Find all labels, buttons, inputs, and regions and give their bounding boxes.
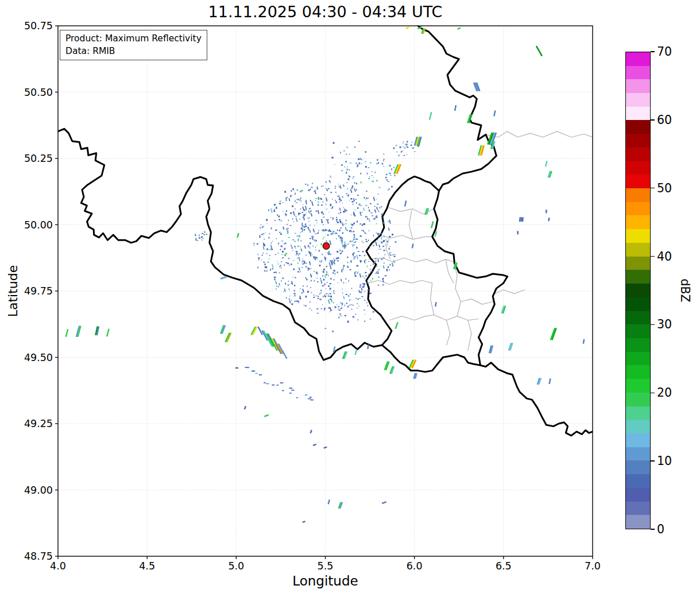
- radar-echo-speck: [331, 310, 332, 311]
- radar-echo-speck: [316, 223, 317, 223]
- radar-echo-speck: [265, 266, 266, 268]
- radar-echo-speck: [337, 272, 338, 273]
- radar-echo-speck: [335, 192, 337, 193]
- radar-echo-dash: [284, 288, 286, 292]
- radar-echo-speck: [362, 251, 364, 253]
- radar-echo-speck: [360, 292, 362, 293]
- radar-echo-speck: [309, 212, 311, 213]
- radar-echo-speck: [337, 222, 339, 223]
- radar-echo-speck: [357, 207, 358, 209]
- radar-site-marker: [323, 243, 330, 250]
- radar-echo-speck: [342, 232, 344, 234]
- radar-echo-speck: [395, 241, 397, 243]
- radar-echo-speck: [257, 243, 258, 245]
- radar-echo-speck: [384, 250, 385, 251]
- radar-echo-speck: [357, 164, 359, 166]
- radar-echo-speck: [298, 212, 300, 214]
- radar-echo-speck: [316, 240, 317, 242]
- radar-echo-dash: [282, 390, 284, 391]
- radar-echo-speck: [367, 218, 368, 220]
- radar-echo-speck: [339, 201, 340, 203]
- radar-echo-speck: [261, 255, 263, 256]
- radar-echo-dash: [310, 397, 312, 398]
- radar-echo-speck: [376, 272, 377, 273]
- radar-echo-dash: [296, 397, 298, 398]
- colorbar-block: [626, 352, 650, 366]
- radar-echo-speck: [400, 146, 401, 148]
- radar-echo-speck: [328, 212, 329, 212]
- radar-echo-speck: [283, 291, 284, 292]
- radar-echo-speck: [281, 220, 281, 222]
- radar-echo-speck: [333, 231, 335, 232]
- colorbar-block: [626, 270, 650, 284]
- radar-echo-speck: [372, 243, 373, 244]
- radar-echo-speck: [297, 258, 297, 258]
- radar-echo-speck: [275, 230, 277, 231]
- radar-echo-speck: [289, 298, 290, 300]
- radar-echo-speck: [296, 189, 297, 191]
- radar-echo-speck: [361, 241, 363, 242]
- radar-echo-streak: [415, 137, 421, 146]
- radar-echo-dash: [302, 289, 304, 293]
- radar-echo-streak: [435, 231, 437, 237]
- radar-echo-speck: [403, 155, 405, 156]
- radar-echo-speck: [359, 162, 361, 164]
- radar-echo-speck: [196, 240, 198, 241]
- radar-echo-speck: [362, 286, 364, 287]
- product-label: Product: Maximum Reflectivity: [65, 33, 202, 45]
- radar-echo-speck: [323, 237, 324, 239]
- radar-echo-speck: [296, 251, 297, 252]
- colorbar-block: [626, 257, 650, 270]
- radar-echo-dash: [288, 198, 290, 201]
- radar-echo-speck: [349, 300, 350, 301]
- radar-echo-speck: [381, 317, 382, 317]
- radar-echo-speck: [315, 257, 316, 258]
- radar-echo-speck: [377, 273, 378, 274]
- radar-echo-speck: [368, 305, 369, 306]
- radar-echo-speck: [309, 246, 310, 247]
- colorbar-tick-label: 50: [657, 181, 672, 195]
- radar-echo-speck: [253, 243, 255, 244]
- radar-echo-speck: [351, 215, 351, 215]
- radar-echo-speck: [357, 303, 358, 304]
- radar-echo-speck: [352, 204, 353, 205]
- radar-echo-speck: [346, 220, 346, 222]
- radar-echo-speck: [347, 230, 348, 231]
- radar-echo-dash: [339, 208, 341, 211]
- radar-echo-speck: [350, 241, 351, 242]
- radar-echo-speck: [383, 154, 384, 154]
- radar-echo-speck: [270, 249, 271, 250]
- radar-echo-speck: [354, 182, 355, 183]
- radar-echo-speck: [370, 293, 372, 294]
- radar-echo-dash: [383, 265, 385, 269]
- radar-echo-speck: [323, 279, 325, 281]
- radar-echo-speck: [355, 256, 355, 257]
- radar-echo-speck: [364, 300, 365, 301]
- radar-echo-speck: [326, 230, 327, 231]
- radar-echo-speck: [328, 188, 330, 189]
- colorbar-block: [626, 502, 650, 515]
- radar-echo-speck: [330, 204, 332, 206]
- radar-echo-speck: [338, 306, 340, 307]
- radar-echo-speck: [323, 185, 324, 187]
- radar-echo-dash: [264, 382, 266, 383]
- radar-echo-dash: [356, 255, 358, 259]
- colorbar-block: [626, 488, 650, 502]
- regional-border: [446, 259, 454, 284]
- radar-echo-speck: [387, 269, 388, 270]
- colorbar-tick-label: 0: [657, 522, 664, 536]
- radar-echo-speck: [302, 263, 304, 264]
- radar-echo-speck: [386, 179, 388, 180]
- radar-echo-speck: [272, 241, 273, 242]
- radar-echo-dash: [339, 185, 341, 189]
- radar-echo-streak: [355, 349, 357, 355]
- radar-echo-speck: [330, 293, 331, 294]
- radar-echo-dash: [345, 227, 347, 230]
- radar-echo-dash: [331, 298, 332, 302]
- radar-echo-speck: [305, 255, 307, 256]
- radar-echo-speck: [323, 216, 324, 218]
- radar-echo-speck: [368, 178, 370, 179]
- radar-echo-speck: [407, 154, 407, 155]
- radar-echo-speck: [326, 209, 327, 210]
- radar-echo-speck: [290, 195, 291, 197]
